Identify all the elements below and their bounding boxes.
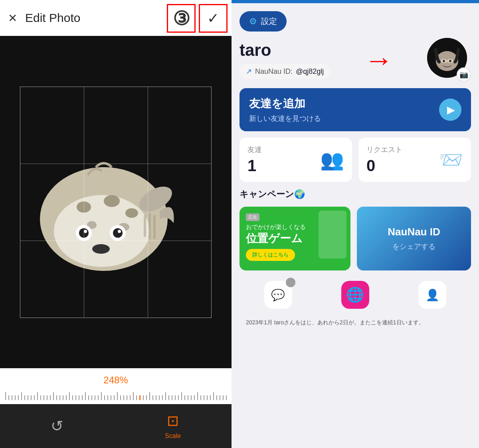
crop-grid bbox=[20, 87, 212, 318]
stats-row: 友達 1 👥 リクエスト 0 📨 bbox=[240, 138, 471, 182]
avatar-container: 📷 bbox=[427, 38, 471, 82]
confirm-button[interactable]: ✓ bbox=[199, 4, 228, 33]
friends-stat-card: 友達 1 👥 bbox=[240, 138, 352, 182]
top-accent-bar bbox=[232, 0, 479, 3]
notification-badge bbox=[286, 278, 295, 287]
step-badge: ③ bbox=[167, 4, 196, 33]
gear-icon: ⚙ bbox=[249, 16, 257, 27]
requests-stat-info: リクエスト 0 bbox=[366, 145, 402, 175]
share-icon: ↗ bbox=[246, 67, 252, 76]
close-button[interactable]: ✕ bbox=[8, 12, 17, 25]
campaign-green-button[interactable]: 詳しくはこちら bbox=[246, 249, 295, 261]
campaign-section: キャンペーン🌍 bbox=[240, 188, 471, 200]
friends-stat-info: 友達 1 bbox=[247, 145, 262, 175]
change-photo-button[interactable]: 📷 bbox=[457, 67, 471, 82]
friends-value: 1 bbox=[247, 157, 262, 175]
svg-point-23 bbox=[443, 60, 445, 62]
scale-percentage: 248% bbox=[0, 372, 232, 388]
add-friends-title: 友達を追加 bbox=[249, 96, 321, 111]
red-arrow: → bbox=[364, 43, 393, 76]
photo-container bbox=[12, 63, 220, 342]
campaign-blue-subtitle: をシェアする bbox=[392, 242, 435, 251]
ruler-ticks bbox=[5, 392, 227, 400]
settings-label: 設定 bbox=[261, 16, 277, 27]
page-title: Edit Photo bbox=[25, 11, 80, 25]
username: taro bbox=[240, 41, 330, 60]
camera-icon: 📷 bbox=[459, 70, 468, 79]
scale-ruler[interactable] bbox=[0, 388, 232, 404]
add-friends-subtitle: 新しい友達を見つける bbox=[249, 114, 321, 123]
notification-text: 2023年1月 taroさんをはじ、あれから2日が。またこを連続1日います。 bbox=[240, 319, 471, 330]
notification-area: 💬 bbox=[264, 281, 292, 309]
photo-edit-area[interactable] bbox=[0, 36, 232, 368]
campaign-cards: 広告 おでかけが楽しくなる 位置ゲーム 詳しくはこちら NauNau ID をシ… bbox=[240, 207, 471, 270]
friends-icon: 👥 bbox=[320, 149, 344, 171]
right-panel: ⚙ 設定 taro ↗ NauNau ID: @qj82glj → bbox=[232, 0, 479, 448]
requests-icon: 📨 bbox=[439, 149, 463, 171]
campaign-card-green[interactable]: 広告 おでかけが楽しくなる 位置ゲーム 詳しくはこちら bbox=[240, 207, 350, 270]
svg-point-24 bbox=[449, 60, 451, 62]
profile-nav-button[interactable]: 👤 bbox=[418, 281, 446, 309]
rotate-icon: ↺ bbox=[51, 417, 63, 435]
campaign-blue-title: NauNau ID bbox=[388, 226, 440, 238]
scale-tool[interactable]: ⊡ Scale bbox=[165, 412, 181, 440]
add-friends-text: 友達を追加 新しい友達を見つける bbox=[249, 96, 321, 123]
profile-info: taro ↗ NauNau ID: @qj82glj bbox=[240, 41, 330, 79]
scale-label: Scale bbox=[165, 432, 181, 440]
right-content: ⚙ 設定 taro ↗ NauNau ID: @qj82glj → bbox=[232, 3, 479, 448]
requests-label: リクエスト bbox=[366, 145, 402, 154]
profile-section: taro ↗ NauNau ID: @qj82glj → bbox=[240, 38, 471, 82]
requests-value: 0 bbox=[366, 157, 402, 175]
friends-label: 友達 bbox=[247, 145, 262, 154]
requests-stat-card: リクエスト 0 📨 bbox=[358, 138, 471, 182]
left-panel: ✕ Edit Photo ③ ✓ bbox=[0, 0, 232, 448]
bottom-toolbar: ↺ ⊡ Scale bbox=[0, 404, 232, 448]
grid-vertical-2 bbox=[148, 87, 148, 318]
bottom-nav: 💬 🌐 👤 bbox=[240, 277, 471, 313]
naunau-id-value: @qj82glj bbox=[296, 67, 324, 76]
check-icon: ✓ bbox=[207, 10, 219, 27]
campaign-card-blue[interactable]: NauNau ID をシェアする bbox=[357, 207, 471, 270]
add-friends-banner[interactable]: 友達を追加 新しい友達を見つける ▶ bbox=[240, 88, 471, 131]
naunau-id-label: NauNau ID: bbox=[255, 67, 293, 76]
add-friends-play-button[interactable]: ▶ bbox=[439, 99, 461, 121]
naunau-id-row: ↗ NauNau ID: @qj82glj bbox=[240, 64, 330, 79]
grid-vertical-1 bbox=[84, 87, 84, 318]
edit-photo-header: ✕ Edit Photo ③ ✓ bbox=[0, 0, 232, 36]
campaign-title: キャンペーン🌍 bbox=[240, 188, 471, 200]
ad-badge: 広告 bbox=[246, 213, 259, 221]
settings-button[interactable]: ⚙ 設定 bbox=[240, 11, 287, 32]
scale-section: 248% bbox=[0, 368, 232, 404]
scale-icon: ⊡ bbox=[167, 412, 179, 429]
play-icon: ▶ bbox=[447, 104, 455, 116]
rotate-tool[interactable]: ↺ bbox=[51, 417, 63, 435]
globe-nav-button[interactable]: 🌐 bbox=[341, 281, 369, 309]
